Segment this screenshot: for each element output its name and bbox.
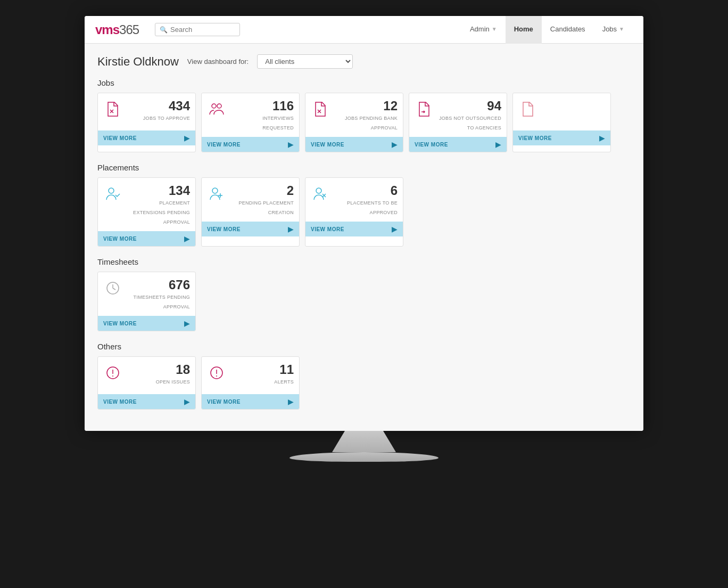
person-check-icon: [103, 184, 122, 203]
interviews-number: 116: [230, 100, 294, 112]
pe-number: 134: [127, 184, 190, 197]
svg-point-10: [316, 188, 321, 193]
main-content: Kirstie Oldknow View dashboard for: All …: [85, 44, 643, 431]
svg-point-6: [109, 188, 114, 193]
svg-point-2: [212, 104, 216, 108]
monitor-stand-base: [289, 452, 439, 462]
card-jobs-to-approve-body: 434 JOBS TO APPROVE: [98, 93, 195, 130]
view-more-label-8: VIEW MORE: [311, 226, 344, 232]
pe-view-more[interactable]: VIEW MORE ▶: [98, 231, 195, 246]
nav-links: Admin ▼ Home Candidates Jobs ▼: [461, 16, 633, 43]
view-more-arrow-8: ▶: [392, 225, 398, 233]
svg-point-18: [112, 375, 113, 377]
jobs-arrow: ▼: [619, 26, 624, 32]
view-more-arrow-2: ▶: [288, 140, 294, 149]
view-more-label-1: VIEW MORE: [103, 135, 137, 141]
card-jobs-bank-approval: 12 JOBS PENDING BANK APPROVAL VIEW MORE …: [305, 93, 403, 152]
user-name: Kirstie Oldknow: [97, 55, 179, 69]
logo: vms365: [95, 22, 139, 37]
nav-admin[interactable]: Admin ▼: [461, 16, 506, 44]
card-pp-body: 2 PENDING PLACEMENT CREATION: [202, 178, 299, 222]
jobs-to-approve-view-more[interactable]: VIEW MORE ▶: [98, 130, 195, 145]
view-dashboard-label: View dashboard for:: [187, 58, 249, 66]
al-info: 11 ALERTS: [230, 363, 294, 386]
oi-view-more[interactable]: VIEW MORE ▶: [98, 394, 195, 409]
interviews-view-more[interactable]: VIEW MORE ▶: [202, 137, 299, 152]
exclamation-circle-icon-2: [207, 363, 226, 382]
card-pending-placement: 2 PENDING PLACEMENT CREATION VIEW MORE ▶: [201, 177, 300, 247]
nav-candidates[interactable]: Candidates: [542, 16, 594, 44]
jobs-section-title: Jobs: [97, 78, 631, 87]
search-input[interactable]: [170, 26, 234, 34]
oi-number: 18: [127, 363, 190, 376]
pp-view-more[interactable]: VIEW MORE ▶: [202, 222, 299, 236]
jobs-to-approve-number: 434: [127, 100, 190, 112]
nav-jobs[interactable]: Jobs ▼: [594, 16, 633, 44]
card-5-body: [513, 93, 610, 130]
view-more-label-9: VIEW MORE: [103, 321, 137, 326]
card-interviews-requested: 116 INTERVIEWS REQUESTED VIEW MORE ▶: [201, 93, 300, 152]
card-timesheets: 676 TIMESHEETS PENDING APPROVAL VIEW MOR…: [97, 272, 196, 331]
view-more-label-3: VIEW MORE: [311, 142, 344, 148]
navbar: vms365 🔍 Admin ▼ Home Candidates Jobs ▼: [85, 16, 643, 44]
view-more-arrow-4: ▶: [495, 140, 501, 149]
admin-arrow: ▼: [492, 26, 497, 32]
person-add-icon: [207, 184, 226, 203]
view-more-label-6: VIEW MORE: [103, 236, 137, 242]
bank-info: 12 JOBS PENDING BANK APPROVAL: [334, 100, 398, 132]
view-more-label-10: VIEW MORE: [103, 399, 137, 405]
doc-arrow-icon: [415, 100, 434, 119]
card-jobs-to-approve-info: 434 JOBS TO APPROVE: [127, 100, 190, 122]
bank-view-more[interactable]: VIEW MORE ▶: [305, 137, 403, 152]
view-more-arrow-3: ▶: [392, 140, 398, 149]
card-pa-body: 6 PLACEMENTS TO BE APPROVED: [305, 178, 403, 222]
client-select[interactable]: All clients Client A Client B: [257, 54, 353, 69]
pp-number: 2: [230, 184, 294, 197]
screen: vms365 🔍 Admin ▼ Home Candidates Jobs ▼ …: [85, 16, 643, 431]
view-more-arrow-10: ▶: [184, 397, 190, 406]
bank-number: 12: [334, 100, 398, 112]
card-jobs-5: VIEW MORE ▶: [512, 93, 611, 152]
ts-label: TIMESHEETS PENDING APPROVAL: [134, 295, 190, 309]
bank-label: JOBS PENDING BANK APPROVAL: [345, 116, 398, 130]
interviews-info: 116 INTERVIEWS REQUESTED: [230, 100, 294, 132]
placements-section-title: Placements: [97, 163, 631, 172]
view-more-label-7: VIEW MORE: [207, 226, 241, 232]
oi-label: OPEN ISSUES: [156, 379, 190, 385]
doc-pink-icon: [518, 100, 537, 119]
nav-home[interactable]: Home: [506, 16, 542, 44]
al-view-more[interactable]: VIEW MORE ▶: [202, 394, 299, 409]
doc-x-icon: [103, 100, 122, 119]
ts-number: 676: [127, 279, 190, 291]
interviews-label: INTERVIEWS REQUESTED: [262, 116, 294, 130]
monitor-stand-neck: [332, 431, 396, 452]
outsourced-view-more[interactable]: VIEW MORE ▶: [409, 137, 507, 152]
ts-view-more[interactable]: VIEW MORE ▶: [98, 316, 195, 331]
timesheets-section-title: Timesheets: [97, 257, 631, 266]
view-more-label-11: VIEW MORE: [207, 399, 241, 405]
card-interviews-body: 116 INTERVIEWS REQUESTED: [202, 93, 299, 137]
ts-info: 676 TIMESHEETS PENDING APPROVAL: [127, 279, 190, 311]
view-more-label-2: VIEW MORE: [207, 142, 241, 148]
pa-view-more[interactable]: VIEW MORE ▶: [305, 222, 403, 236]
oi-info: 18 OPEN ISSUES: [127, 363, 190, 386]
view-more-label-5: VIEW MORE: [518, 135, 552, 141]
placements-cards-row: 134 PLACEMENT EXTENSIONS PENDING APPROVA…: [97, 177, 631, 247]
view-more-arrow-7: ▶: [288, 225, 294, 233]
al-number: 11: [230, 363, 294, 376]
pa-number: 6: [334, 184, 398, 197]
svg-point-7: [212, 188, 218, 193]
svg-point-21: [216, 375, 217, 377]
people-icon: [207, 100, 226, 119]
logo-num: 365: [119, 22, 139, 37]
outsourced-number: 94: [438, 100, 501, 112]
jobs-to-approve-label: JOBS TO APPROVE: [143, 116, 190, 121]
card-not-outsourced: 94 JOBS NOT OUTSOURCED TO AGENCIES VIEW …: [409, 93, 507, 152]
view-more-arrow-9: ▶: [184, 319, 190, 328]
exclamation-circle-icon-1: [103, 363, 122, 382]
card-5-view-more[interactable]: VIEW MORE ▶: [513, 130, 610, 145]
svg-point-3: [217, 104, 221, 108]
search-box[interactable]: 🔍: [155, 23, 240, 36]
view-more-label-4: VIEW MORE: [415, 142, 448, 148]
pe-label: PLACEMENT EXTENSIONS PENDING APPROVAL: [133, 200, 190, 225]
